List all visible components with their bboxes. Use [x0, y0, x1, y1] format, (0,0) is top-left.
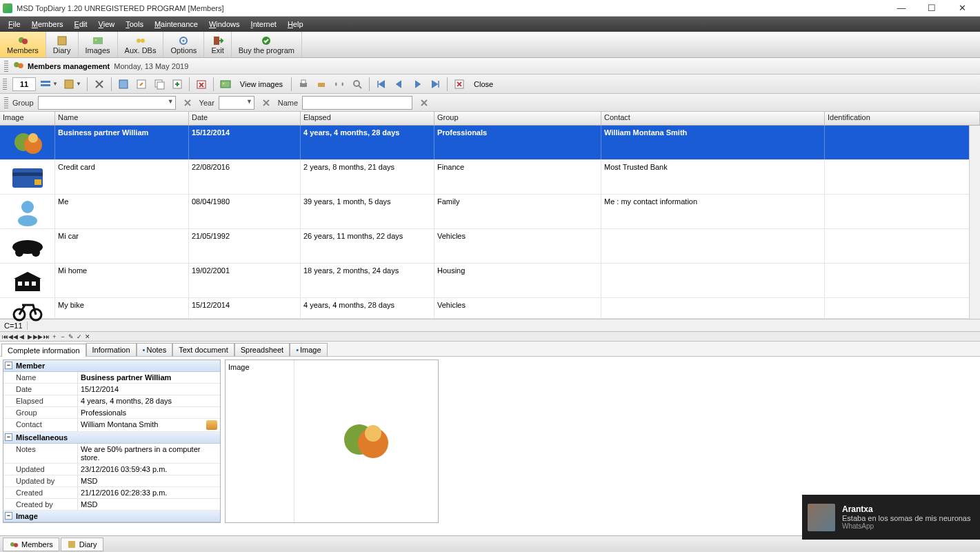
- year-filter-combo[interactable]: ▼: [219, 96, 254, 110]
- prop-row[interactable]: Elapsed4 years, 4 months, 28 days: [3, 395, 220, 407]
- column-header-date[interactable]: Date: [189, 112, 301, 125]
- preview-button[interactable]: [314, 77, 329, 92]
- column-header-elapsed[interactable]: Elapsed: [301, 112, 434, 125]
- first-nav-button[interactable]: [374, 77, 389, 92]
- nav-cancel-button[interactable]: ✕: [84, 333, 91, 340]
- nav-remove-button[interactable]: −: [59, 333, 66, 340]
- add-button[interactable]: [170, 77, 185, 92]
- copy-button[interactable]: [152, 77, 167, 92]
- minimize-button[interactable]: —: [886, 1, 917, 16]
- tab-notes[interactable]: •Notes: [137, 343, 173, 356]
- table-row[interactable]: Credit card22/08/20162 years, 8 months, …: [0, 160, 980, 195]
- prev-nav-button[interactable]: [392, 77, 407, 92]
- search-button[interactable]: [350, 77, 365, 92]
- menu-edit[interactable]: Edit: [69, 19, 93, 30]
- svg-rect-33: [12, 172, 43, 176]
- contact-badge-icon[interactable]: [206, 420, 217, 430]
- name-filter-input[interactable]: [302, 96, 412, 110]
- toolbar-buy-button[interactable]: Buy the program: [232, 32, 302, 57]
- prop-section-member[interactable]: −Member: [3, 360, 220, 372]
- prop-row[interactable]: Created21/12/2016 02:28:33 p.m.: [3, 487, 220, 499]
- column-header-group[interactable]: Group: [434, 112, 601, 125]
- nav-post-button[interactable]: ✓: [76, 333, 83, 340]
- print-button[interactable]: [296, 77, 311, 92]
- sort-button[interactable]: ▼: [62, 77, 83, 92]
- next-nav-button[interactable]: [410, 77, 425, 92]
- toolbar-exit-button[interactable]: Exit: [204, 32, 231, 57]
- toolbar-members-button[interactable]: Members: [0, 32, 46, 57]
- tab-spreadsheet[interactable]: Spreadsheet: [234, 343, 290, 356]
- prop-row[interactable]: Created byMSD: [3, 499, 220, 511]
- toolbar-auxdbs-button[interactable]: Aux. DBs: [118, 32, 164, 57]
- prop-key: Name: [3, 372, 78, 383]
- nav-next-button[interactable]: ▶: [26, 333, 33, 340]
- link-button[interactable]: [332, 77, 347, 92]
- column-header-image[interactable]: Image: [0, 112, 55, 125]
- menu-members[interactable]: Members: [26, 19, 69, 30]
- prop-section-image[interactable]: −Image: [3, 511, 220, 522]
- prop-row[interactable]: NameBusiness partner William: [3, 372, 220, 384]
- close-button[interactable]: ✕: [947, 1, 977, 16]
- nav-prev-page-button[interactable]: ◀◀: [10, 333, 17, 340]
- column-header-identification[interactable]: Identification: [825, 112, 980, 125]
- close-view-button[interactable]: Close: [470, 80, 497, 88]
- prop-section-miscellaneous[interactable]: −Miscellaneous: [3, 432, 220, 444]
- prop-row[interactable]: Updated byMSD: [3, 475, 220, 487]
- notification-message: Estaba en los somas de mis neuronas: [842, 514, 971, 522]
- nav-prev-button[interactable]: ◀: [18, 333, 25, 340]
- collapse-icon[interactable]: −: [5, 362, 12, 369]
- group-filter-combo[interactable]: ▼: [38, 96, 176, 110]
- clear-group-button[interactable]: [180, 95, 195, 110]
- table-row[interactable]: My bike15/12/20144 years, 4 months, 28 d…: [0, 298, 980, 319]
- menu-view[interactable]: View: [93, 19, 121, 30]
- view-images-icon[interactable]: [218, 77, 233, 92]
- prop-row[interactable]: Updated23/12/2016 03:59:43 p.m.: [3, 464, 220, 475]
- menu-maintenance[interactable]: Maintenance: [149, 19, 203, 30]
- svg-rect-26: [318, 83, 325, 87]
- column-header-contact[interactable]: Contact: [601, 112, 825, 125]
- edit-button[interactable]: [134, 77, 149, 92]
- prop-row[interactable]: Date15/12/2014: [3, 384, 220, 395]
- new-button[interactable]: [116, 77, 131, 92]
- view-images-button[interactable]: View images: [236, 80, 287, 88]
- cut-button[interactable]: [92, 77, 107, 92]
- close-icon[interactable]: [452, 77, 467, 92]
- prop-row[interactable]: GroupProfessionals: [3, 407, 220, 419]
- table-row[interactable]: Mi car21/05/199226 years, 11 months, 22 …: [0, 229, 980, 264]
- clear-year-button[interactable]: [259, 95, 274, 110]
- last-nav-button[interactable]: [428, 77, 443, 92]
- maximize-button[interactable]: ☐: [917, 1, 947, 16]
- nav-next-page-button[interactable]: ▶▶: [34, 333, 41, 340]
- grid-scrollbar[interactable]: [969, 126, 980, 319]
- collapse-icon[interactable]: −: [5, 433, 12, 441]
- clear-name-button[interactable]: [417, 95, 432, 110]
- nav-last-button[interactable]: ⏭: [43, 333, 50, 340]
- collapse-icon[interactable]: −: [5, 512, 12, 520]
- table-row[interactable]: Me08/04/198039 years, 1 month, 5 daysFam…: [0, 195, 980, 229]
- record-counter-input[interactable]: 11: [12, 77, 36, 91]
- prop-row[interactable]: NotesWe are 50% partners in a computer s…: [3, 444, 220, 464]
- column-header-name[interactable]: Name: [55, 112, 189, 125]
- menu-tools[interactable]: Tools: [120, 19, 149, 30]
- menu-internet[interactable]: Internet: [246, 19, 282, 30]
- tab-information[interactable]: Information: [86, 343, 137, 356]
- toolbar-options-button[interactable]: Options: [163, 32, 204, 57]
- nav-edit-button[interactable]: ✎: [68, 333, 74, 340]
- delete-button[interactable]: [194, 77, 209, 92]
- table-row[interactable]: Business partner William15/12/20144 year…: [0, 126, 980, 160]
- view-mode-button[interactable]: ▼: [39, 77, 59, 92]
- tab-image[interactable]: •Image: [290, 343, 327, 356]
- nav-add-button[interactable]: +: [51, 333, 58, 340]
- table-row[interactable]: Mi home19/02/200118 years, 2 months, 24 …: [0, 264, 980, 298]
- tab-complete-information[interactable]: Complete information: [1, 344, 86, 357]
- svg-point-5: [137, 39, 141, 43]
- toolbar-diary-button[interactable]: Diary: [46, 32, 79, 57]
- toolbar-images-button[interactable]: Images: [79, 32, 118, 57]
- tab-text-document[interactable]: Text document: [172, 343, 234, 356]
- menu-windows[interactable]: Windows: [203, 19, 246, 30]
- system-notification[interactable]: Arantxa Estaba en los somas de mis neuro…: [802, 495, 980, 526]
- menu-file[interactable]: File: [3, 19, 26, 30]
- prop-row[interactable]: ContactWilliam Montana Smith: [3, 419, 220, 432]
- menu-help[interactable]: Help: [282, 19, 309, 30]
- nav-first-button[interactable]: ⏮: [1, 333, 8, 340]
